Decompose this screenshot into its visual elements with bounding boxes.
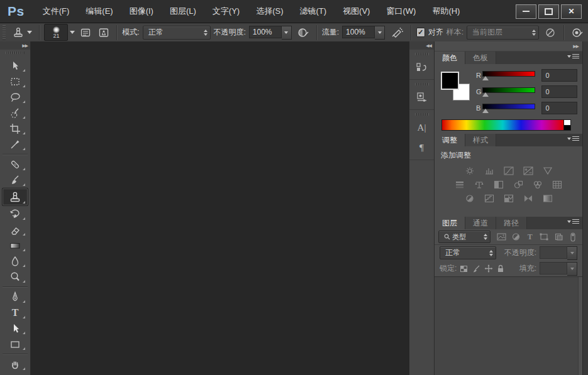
tool-quick-selection[interactable] (3, 105, 28, 121)
tool-eraser[interactable] (3, 222, 28, 237)
tool-rectangular-marquee[interactable] (3, 73, 28, 89)
filter-shape-layers-button[interactable] (538, 232, 550, 242)
layers-panel-menu-button[interactable] (567, 219, 579, 224)
filter-pixel-layers-button[interactable] (496, 232, 508, 242)
tool-pen[interactable] (3, 289, 28, 305)
tool-spot-healing-brush[interactable] (3, 156, 28, 172)
paragraph-panel-button[interactable]: ¶ (413, 139, 431, 156)
blue-slider[interactable] (482, 103, 535, 113)
lock-all-icon[interactable] (497, 264, 504, 273)
menu-help[interactable]: 帮助(H) (424, 0, 468, 23)
brush-preset-picker[interactable]: 21 (44, 24, 75, 41)
red-value-field[interactable]: 0 (541, 69, 577, 82)
menu-file[interactable]: 文件(F) (35, 0, 78, 23)
tool-brush[interactable] (3, 172, 28, 188)
tab-paths[interactable]: 路径 (496, 217, 527, 229)
curves-button[interactable] (502, 166, 516, 176)
tool-move[interactable] (3, 58, 28, 73)
layer-filter-type-select[interactable]: 类型 (438, 231, 491, 243)
color-lookup-button[interactable] (550, 180, 564, 190)
menu-image[interactable]: 图像(I) (121, 0, 162, 23)
blend-mode-select[interactable]: 正常 (143, 26, 211, 40)
green-slider[interactable] (482, 87, 535, 97)
opacity-field[interactable]: 100% (249, 26, 292, 40)
menu-filter[interactable]: 滤镜(T) (292, 0, 335, 23)
menu-edit[interactable]: 编辑(E) (77, 0, 121, 23)
dock-grip[interactable] (415, 83, 429, 85)
aligned-checkbox[interactable]: ✓ (416, 28, 425, 37)
dock-grip[interactable] (415, 113, 429, 116)
airbrush-button[interactable] (388, 25, 406, 40)
tool-type[interactable]: T (3, 305, 28, 320)
black-swatch[interactable] (563, 125, 571, 131)
tablet-pressure-opacity-button[interactable] (295, 25, 311, 40)
adjustments-panel-menu-button[interactable] (567, 136, 579, 141)
spectrum-end-swatches[interactable] (563, 119, 571, 131)
close-button[interactable]: ✕ (561, 4, 582, 19)
filter-smart-objects-button[interactable] (553, 232, 565, 242)
color-spectrum-ramp[interactable] (441, 119, 564, 131)
invert-button[interactable] (463, 193, 477, 204)
brightness-contrast-button[interactable] (463, 166, 477, 176)
blue-slider-thumb[interactable] (482, 109, 489, 113)
layer-fill-value[interactable] (540, 262, 567, 274)
layer-blend-mode-select[interactable]: 正常 (440, 246, 496, 259)
hue-saturation-button[interactable] (453, 180, 467, 190)
exposure-button[interactable] (521, 166, 535, 176)
filter-adjustment-layers-button[interactable] (510, 232, 522, 242)
photo-filter-button[interactable] (511, 180, 525, 190)
posterize-button[interactable] (482, 193, 496, 204)
lock-transparent-pixels-icon[interactable] (460, 265, 468, 273)
red-slider-thumb[interactable] (482, 76, 489, 80)
tool-dodge[interactable] (3, 269, 28, 285)
menu-type[interactable]: 文字(Y) (204, 0, 248, 23)
dock-collapse-button[interactable]: ◀◀ (409, 41, 434, 50)
menu-window[interactable]: 窗口(W) (378, 0, 424, 23)
tab-styles[interactable]: 样式 (465, 134, 496, 146)
layer-fill-dropdown-button[interactable] (567, 262, 577, 276)
maximize-button[interactable] (538, 4, 559, 19)
flow-field[interactable]: 100% (342, 26, 385, 40)
layer-opacity-value[interactable] (540, 246, 567, 259)
color-balance-button[interactable] (472, 180, 486, 190)
tab-color[interactable]: 颜色 (435, 52, 465, 64)
opacity-dropdown-button[interactable] (282, 26, 292, 40)
black-white-button[interactable] (492, 180, 506, 190)
vibrance-button[interactable] (541, 166, 555, 176)
layers-list-area[interactable] (435, 276, 582, 375)
tool-gradient[interactable] (3, 237, 28, 253)
menu-layer[interactable]: 图层(L) (162, 0, 204, 23)
tool-crop[interactable] (3, 121, 28, 136)
toolbar-grip[interactable] (6, 52, 25, 54)
blue-slider-track[interactable] (482, 104, 535, 109)
ignore-adjustment-layers-button[interactable] (542, 25, 558, 40)
blue-value-field[interactable]: 0 (541, 102, 577, 114)
sample-select[interactable]: 当前图层 (467, 26, 539, 40)
gradient-map-button[interactable] (521, 193, 535, 204)
red-slider-track[interactable] (482, 71, 535, 77)
tool-clone-stamp[interactable] (2, 188, 28, 206)
minimize-button[interactable] (516, 4, 536, 19)
green-value-field[interactable]: 0 (541, 85, 577, 98)
tool-blur[interactable] (3, 253, 28, 269)
flow-value[interactable]: 100% (342, 26, 375, 38)
tab-adjustments[interactable]: 调整 (435, 134, 465, 146)
channel-mixer-button[interactable] (531, 180, 545, 190)
levels-button[interactable] (482, 166, 496, 176)
white-swatch[interactable] (563, 119, 571, 125)
history-panel-button[interactable] (413, 59, 431, 75)
tool-eyedropper[interactable] (3, 136, 28, 152)
menu-view[interactable]: 视图(V) (335, 0, 378, 23)
document-canvas-area[interactable] (31, 41, 409, 375)
threshold-button[interactable] (502, 193, 516, 204)
filter-type-layers-button[interactable]: T (524, 232, 536, 242)
toggle-brush-panel-button[interactable] (78, 25, 93, 40)
layer-opacity-dropdown-button[interactable] (567, 246, 577, 260)
tool-path-selection[interactable] (3, 320, 28, 336)
tool-preset-picker-button[interactable] (10, 25, 34, 40)
layers-scrollbar[interactable] (578, 277, 582, 375)
tool-lasso[interactable] (3, 89, 28, 105)
panel-dock-collapse-button[interactable]: ▶▶ (435, 41, 582, 52)
layer-filter-switch[interactable] (567, 232, 579, 242)
green-slider-track[interactable] (482, 87, 535, 93)
